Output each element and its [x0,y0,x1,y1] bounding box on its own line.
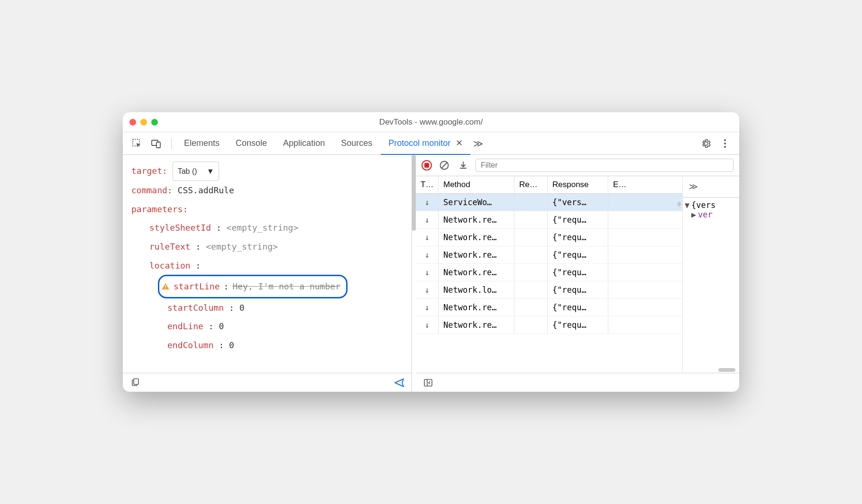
param-value-endcolumn[interactable]: 0 [229,340,234,350]
record-stop-button[interactable] [422,160,432,171]
cell-request [514,264,548,281]
cell-method: Network.re… [439,211,514,228]
window-title: DevTools - www.google.com/ [129,117,733,127]
cell-response: {"requ… [548,316,608,333]
table-row[interactable]: ↓Network.re…{"requ… [416,299,682,316]
tab-elements[interactable]: Elements [176,133,227,154]
svg-rect-7 [165,288,166,289]
copy-icon[interactable] [128,376,142,389]
param-value-startcolumn[interactable]: 0 [239,303,245,313]
protocol-log-table: T… Method Re… Response E…▲ ↓ServiceWo…{"… [416,176,682,373]
param-key-stylesheetid: styleSheetId [149,223,211,233]
table-header: T… Method Re… Response E…▲ [416,176,682,194]
table-row[interactable]: ↓Network.re…{"requ… [416,211,682,229]
svg-point-3 [724,139,726,141]
error-highlight-startline[interactable]: startLine : Hey, I'm not a number [158,275,348,298]
param-key-ruletext: ruleText [149,242,191,252]
tab-application[interactable]: Application [275,133,332,154]
cell-request [514,299,548,316]
cell-response: {"requ… [548,246,608,263]
svg-point-5 [724,146,726,148]
cell-response: {"requ… [548,264,608,281]
svg-line-11 [441,162,447,168]
command-editor-pane: target: Tab () ▼ command: CSS.addRule pa… [123,155,412,392]
parameters-label: parameters [131,204,183,214]
cell-response: {"requ… [548,211,608,228]
arrow-down-icon: ↓ [416,299,439,316]
cell-request [514,194,548,211]
cell-method: ServiceWo… [439,194,514,211]
header-elapsed[interactable]: E…▲ [608,176,627,193]
table-row[interactable]: ↓Network.re…{"requ… [416,264,682,281]
param-value-stylesheetid[interactable]: <empty_string> [227,223,299,233]
filter-input[interactable] [476,159,734,172]
table-scrollbar[interactable] [678,202,681,207]
tree-prop[interactable]: ▶ver [685,210,737,219]
protocol-toolbar [416,155,739,176]
more-tabs-icon[interactable]: ≫ [471,137,485,150]
header-method[interactable]: Method [439,176,514,193]
param-value-startline: Hey, I'm not a number [232,277,340,296]
target-select[interactable]: Tab () ▼ [173,162,220,181]
tab-console[interactable]: Console [228,133,275,154]
cell-request [514,316,548,333]
send-command-button[interactable] [393,376,406,389]
minimize-window-button[interactable] [140,119,147,126]
close-window-button[interactable] [129,119,136,126]
zoom-window-button[interactable] [151,119,158,126]
scrollbar-vertical[interactable] [412,155,416,231]
header-type[interactable]: T… [416,176,439,193]
tab-protocol-monitor[interactable]: Protocol monitor ✕ [381,132,470,155]
close-tab-icon[interactable]: ✕ [456,138,463,148]
detail-panel: ≫ ▼{vers ▶ver [682,176,739,373]
target-label: target [131,166,162,176]
table-row[interactable]: ↓Network.re…{"requ… [416,316,682,334]
download-icon[interactable] [457,159,470,172]
cell-elapsed [608,281,627,298]
cell-elapsed [608,299,627,316]
param-value-ruletext[interactable]: <empty_string> [206,242,278,252]
table-row[interactable]: ↓ServiceWo…{"vers… [416,194,682,211]
table-row[interactable]: ↓Network.lo…{"requ… [416,281,682,299]
param-key-endline: endLine [167,321,203,331]
svg-rect-2 [156,142,160,148]
toggle-sidebar-icon[interactable] [422,376,435,389]
cell-method: Network.re… [439,299,514,316]
clear-button-icon[interactable] [438,159,451,172]
kebab-menu-icon[interactable] [718,137,732,150]
cell-method: Network.re… [439,246,514,263]
param-key-startcolumn: startColumn [167,303,224,313]
cell-request [514,246,548,263]
scrollbar-horizontal[interactable] [687,368,735,372]
editor-footer [123,373,412,392]
svg-point-4 [724,143,726,144]
param-value-endline[interactable]: 0 [219,321,224,331]
cell-response: {"requ… [548,299,608,316]
device-toolbar-icon[interactable] [149,137,163,150]
svg-rect-6 [165,285,166,288]
devtools-window: DevTools - www.google.com/ Elements Cons… [123,112,739,392]
table-row[interactable]: ↓Network.re…{"requ… [416,229,682,246]
titlebar: DevTools - www.google.com/ [123,112,739,132]
table-row[interactable]: ↓Network.re…{"requ… [416,246,682,264]
cell-response: {"requ… [548,281,608,298]
settings-gear-icon[interactable] [699,137,713,150]
more-columns-icon[interactable]: ≫ [687,180,700,193]
arrow-down-icon: ↓ [416,246,439,263]
chevron-down-icon: ▼ [207,163,214,180]
separator [171,138,172,149]
svg-rect-9 [134,378,138,384]
cell-method: Network.re… [439,264,514,281]
tab-sources[interactable]: Sources [333,133,380,154]
target-value: Tab () [178,163,197,180]
cell-request [514,211,548,228]
cell-method: Network.re… [439,229,514,246]
cell-elapsed [608,194,627,211]
header-response[interactable]: Response [548,176,608,193]
header-request[interactable]: Re… [514,176,548,193]
cell-response: {"requ… [548,229,608,246]
sort-ascending-icon: ▲ [626,180,627,185]
param-key-startline: startLine [174,277,220,296]
tree-root[interactable]: ▼{vers [685,200,737,210]
inspect-element-icon[interactable] [130,137,144,150]
